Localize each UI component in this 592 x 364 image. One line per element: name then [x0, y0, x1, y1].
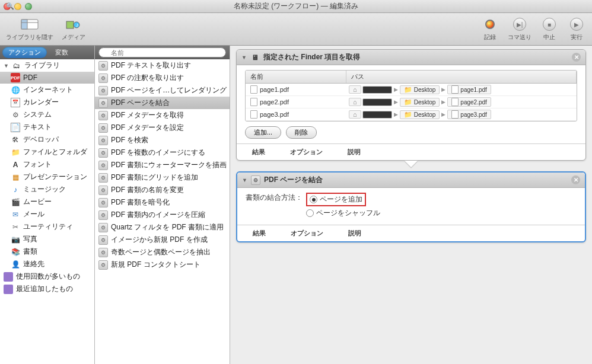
library-item[interactable]: ▦プレゼンテーション [0, 171, 94, 183]
table-row[interactable]: page3.pdf⌂ ▶📁Desktop▶ page3.pdf [246, 108, 577, 121]
action-icon: ⚙ [98, 235, 108, 245]
library-item[interactable]: ✂ユーティリティ [0, 221, 94, 233]
actions-panel: 🔍 ⚙PDF テキストを取り出す⚙PDF の注釈を取り出す⚙PDF ページをイ…… [95, 46, 230, 364]
category-icon: PDF [11, 73, 20, 82]
library-tabs: アクション 変数 [0, 46, 94, 59]
disclosure-triangle-icon[interactable]: ▼ [241, 55, 247, 60]
action-item[interactable]: ⚙イメージから新規 PDF を作成 [95, 234, 230, 246]
action-icon: ⚙ [98, 223, 108, 232]
library-item-label: PDF [23, 74, 37, 82]
home-icon: ⌂ [353, 111, 357, 118]
record-button[interactable]: 記録 [480, 17, 499, 41]
path-desktop: 📁Desktop [400, 98, 440, 107]
library-item[interactable]: 📄テキスト [0, 121, 94, 133]
action-icon: ⚙ [98, 148, 108, 158]
step-button[interactable]: ▶| コマ送り [508, 17, 531, 41]
col-name[interactable]: 名前 [246, 71, 346, 83]
disclosure-triangle-icon[interactable]: ▼ [4, 63, 9, 69]
category-icon: 🎬 [11, 197, 20, 207]
workflow-step-combine-pdf: ▼ ⚙ PDF ページを結合 ✕ 書類の結合方法： ページを追加 ペー [236, 171, 586, 242]
file-icon [451, 110, 459, 119]
action-item[interactable]: ⚙PDF ページを結合 [95, 97, 230, 109]
step-header[interactable]: ▼ ⚙ PDF ページを結合 ✕ [237, 173, 585, 188]
file-name: page3.pdf [260, 111, 289, 118]
table-row[interactable]: page2.pdf⌂ ▶📁Desktop▶ page2.pdf [246, 96, 577, 108]
library-item[interactable]: 📚書類 [0, 245, 94, 258]
library-item[interactable]: Aフォント [0, 158, 94, 171]
disclosure-triangle-icon[interactable]: ▼ [242, 177, 247, 183]
library-item-label: 書類 [23, 247, 37, 257]
action-item[interactable]: ⚙PDF 書類にグリッドを追加 [95, 171, 230, 184]
action-item[interactable]: ⚙PDF 書類にウォーターマークを描画 [95, 159, 230, 171]
path-file: page1.pdf [447, 85, 491, 94]
footer-options[interactable]: オプション [287, 146, 326, 158]
tab-variables[interactable]: 変数 [49, 47, 74, 58]
finder-items-table: 名前 パス page1.pdf⌂ ▶📁Desktop▶ page1.pdfpag… [245, 70, 577, 122]
footer-results[interactable]: 結果 [249, 146, 269, 158]
media-button[interactable]: ♪ メディア [62, 17, 85, 41]
action-item[interactable]: ⚙PDF を検索 [95, 134, 230, 146]
library-item[interactable]: 📷写真 [0, 233, 94, 245]
action-item[interactable]: ⚙PDF を複数のイメージにする [95, 146, 230, 159]
smart-folder-frequent[interactable]: 使用回数が多いもの [0, 270, 94, 283]
svg-rect-1 [21, 20, 27, 29]
file-name: page2.pdf [260, 98, 289, 106]
radio-append[interactable] [310, 196, 317, 203]
main: アクション 変数 ▼ 🗂 ライブラリ PDFPDF🌐インターネット📅カレンダー⚙… [0, 46, 592, 364]
table-header: 名前 パス [246, 71, 577, 84]
library-item[interactable]: 👤連絡先 [0, 258, 94, 270]
smart-folder-recent[interactable]: 最近追加したもの [0, 283, 94, 295]
category-icon: A [11, 160, 20, 170]
tab-actions[interactable]: アクション [2, 47, 47, 58]
library-item[interactable]: 🌐インターネット [0, 84, 94, 96]
library-item[interactable]: ♪ミュージック [0, 183, 94, 196]
footer-desc[interactable]: 説明 [345, 228, 365, 239]
library-item[interactable]: 🎬ムービー [0, 196, 94, 208]
path-redacted [362, 111, 392, 119]
stop-label: 中止 [543, 33, 555, 41]
close-icon[interactable]: ✕ [572, 53, 581, 62]
footer-desc[interactable]: 説明 [344, 146, 364, 158]
action-item[interactable]: ⚙PDF 書類を暗号化 [95, 196, 230, 209]
action-icon: ⚙ [98, 173, 108, 183]
library-item-label: カレンダー [23, 97, 59, 107]
action-item[interactable]: ⚙PDF メタデータを取得 [95, 109, 230, 122]
action-item[interactable]: ⚙Quartz フィルタを PDF 書類に適用 [95, 221, 230, 234]
media-label: メディア [62, 33, 85, 41]
radio-shuffle[interactable] [306, 209, 314, 217]
table-row[interactable]: page1.pdf⌂ ▶📁Desktop▶ page1.pdf [246, 84, 577, 96]
action-item[interactable]: ⚙PDF メタデータを設定 [95, 122, 230, 134]
smart-label: 最近追加したもの [16, 284, 73, 294]
search-input[interactable] [98, 47, 226, 58]
hide-library-button[interactable]: ライブラリを隠す [6, 17, 53, 41]
action-item-label: PDF ページを結合 [111, 98, 170, 108]
action-item[interactable]: ⚙PDF の注釈を取り出す [95, 72, 230, 84]
footer-options[interactable]: オプション [287, 228, 327, 239]
action-item[interactable]: ⚙PDF テキストを取り出す [95, 59, 230, 72]
col-path[interactable]: パス [346, 71, 577, 83]
library-item[interactable]: ⚙システム [0, 108, 94, 121]
action-icon: ⚙ [98, 186, 108, 195]
path-redacted [362, 86, 392, 94]
remove-button[interactable]: 削除 [286, 126, 317, 139]
action-item[interactable]: ⚙奇数ページと偶数ページを抽出 [95, 246, 230, 258]
stop-button[interactable]: ■ 中止 [540, 17, 559, 41]
action-item[interactable]: ⚙PDF 書類の名前を変更 [95, 184, 230, 196]
library-item[interactable]: 📁ファイルとフォルダ [0, 146, 94, 158]
action-item[interactable]: ⚙PDF 書類内のイメージを圧縮 [95, 209, 230, 221]
library-item[interactable]: ✉メール [0, 208, 94, 221]
run-button[interactable]: ▶ 実行 [567, 17, 586, 41]
action-item-label: PDF 書類の名前を変更 [111, 185, 184, 195]
footer-results[interactable]: 結果 [249, 228, 269, 239]
finder-icon: 🖥 [250, 53, 260, 62]
add-button[interactable]: 追加... [245, 126, 281, 139]
action-item-label: PDF メタデータを取得 [111, 110, 184, 120]
action-item[interactable]: ⚙新規 PDF コンタクトシート [95, 258, 230, 271]
library-root[interactable]: ▼ 🗂 ライブラリ [0, 59, 94, 72]
library-item[interactable]: 🛠デベロッパ [0, 133, 94, 146]
action-item[interactable]: ⚙PDF ページをイ…してレンダリング [95, 84, 230, 97]
library-item[interactable]: 📅カレンダー [0, 96, 94, 108]
step-header[interactable]: ▼ 🖥 指定された Finder 項目を取得 ✕ [237, 50, 585, 65]
library-item[interactable]: PDFPDF [0, 72, 94, 84]
close-icon[interactable]: ✕ [571, 175, 580, 184]
